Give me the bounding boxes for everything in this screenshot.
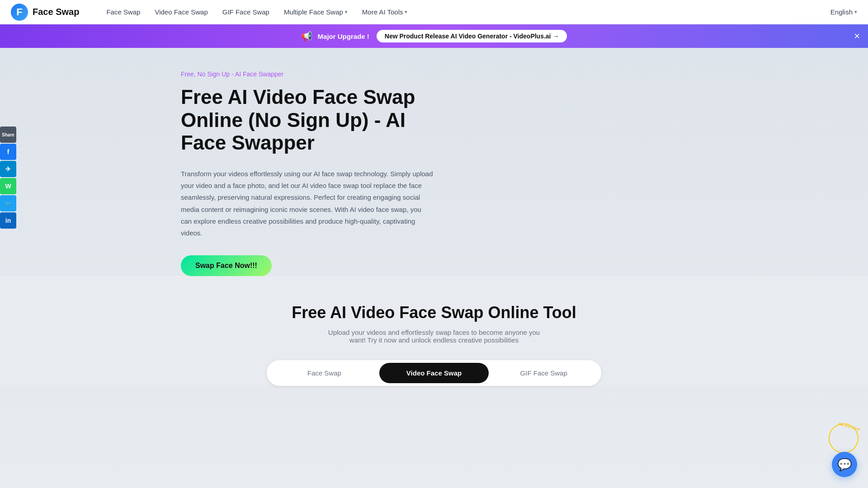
- linkedin-icon: in: [5, 217, 11, 224]
- hero-content: Free, No Sign Up - AI Face Swapper Free …: [181, 70, 506, 276]
- promo-banner: 📢 Major Upgrade ! New Product Release AI…: [0, 24, 868, 48]
- brand-icon: F: [11, 4, 28, 21]
- tool-section-title: Free AI Video Face Swap Online Tool: [9, 303, 859, 322]
- banner-cta-button[interactable]: New Product Release AI Video Generator -…: [377, 30, 567, 42]
- share-button[interactable]: Share: [0, 127, 16, 143]
- megaphone-icon: 📢: [301, 31, 312, 42]
- tab-face-swap[interactable]: Face Swap: [269, 363, 379, 383]
- chevron-down-icon: ▾: [405, 9, 407, 15]
- brand-logo[interactable]: F Face Swap: [11, 4, 79, 21]
- telegram-share-button[interactable]: ✈: [0, 161, 16, 177]
- chat-icon: 💬: [837, 458, 852, 472]
- nav-multiple-face-swap[interactable]: Multiple Face Swap ▾: [284, 8, 348, 16]
- page-title: Free AI Video Face Swap Online (No Sign …: [181, 86, 434, 155]
- tool-section: Free AI Video Face Swap Online Tool Uplo…: [0, 276, 868, 386]
- banner-prefix: Major Upgrade !: [318, 33, 369, 40]
- nav-video-face-swap[interactable]: Video Face Swap: [155, 8, 208, 16]
- we-are-here-badge: We Are Here!: [826, 420, 862, 456]
- language-label: English: [830, 8, 853, 16]
- facebook-share-button[interactable]: f: [0, 144, 16, 160]
- twitter-icon: 🐦: [5, 200, 12, 207]
- hero-description: Transform your videos effortlessly using…: [181, 168, 434, 239]
- whatsapp-share-button[interactable]: W: [0, 178, 16, 194]
- chevron-down-icon: ▾: [854, 9, 857, 15]
- tab-bar: Face Swap Video Face Swap GIF Face Swap: [267, 360, 601, 386]
- chevron-down-icon: ▾: [345, 9, 348, 15]
- swap-face-cta-button[interactable]: Swap Face Now!!!: [181, 255, 272, 276]
- chat-bubble-button[interactable]: 💬: [832, 452, 857, 477]
- tool-section-subtitle: Upload your videos and effortlessly swap…: [321, 328, 547, 344]
- banner-content: 📢 Major Upgrade !: [301, 31, 369, 42]
- nav-links: Face Swap Video Face Swap GIF Face Swap …: [106, 8, 830, 16]
- facebook-icon: f: [7, 148, 9, 155]
- nav-face-swap[interactable]: Face Swap: [106, 8, 140, 16]
- whatsapp-icon: W: [5, 183, 11, 190]
- banner-close-button[interactable]: ×: [854, 31, 860, 41]
- language-selector[interactable]: English ▾: [830, 8, 857, 16]
- navbar-right: English ▾: [830, 8, 857, 16]
- telegram-icon: ✈: [5, 165, 11, 173]
- navbar: F Face Swap Face Swap Video Face Swap GI…: [0, 0, 868, 24]
- brand-name: Face Swap: [33, 7, 79, 17]
- hero-section: Free, No Sign Up - AI Face Swapper Free …: [163, 48, 705, 276]
- linkedin-share-button[interactable]: in: [0, 212, 16, 229]
- tab-gif-face-swap[interactable]: GIF Face Swap: [489, 363, 599, 383]
- social-sidebar: Share f ✈ W 🐦 in: [0, 127, 16, 229]
- tab-video-face-swap[interactable]: Video Face Swap: [379, 363, 489, 383]
- twitter-share-button[interactable]: 🐦: [0, 195, 16, 211]
- nav-gif-face-swap[interactable]: GIF Face Swap: [222, 8, 269, 16]
- breadcrumb: Free, No Sign Up - AI Face Swapper: [181, 70, 506, 78]
- nav-more-ai-tools[interactable]: More AI Tools ▾: [362, 8, 408, 16]
